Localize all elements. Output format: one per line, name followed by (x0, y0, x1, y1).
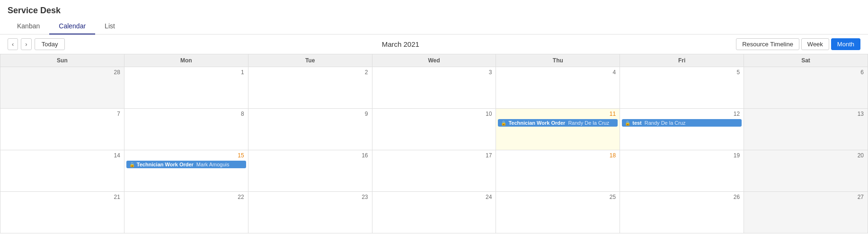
header-tue: Tue (248, 54, 372, 67)
calendar-toolbar: ‹ › Today March 2021 Resource Timeline W… (0, 34, 868, 54)
event-title: test (632, 120, 642, 126)
tab-bar: Kanban Calendar List (0, 18, 868, 34)
day-number: 5 (621, 68, 743, 77)
calendar-day-cell[interactable]: 2 (248, 67, 372, 109)
calendar-day-cell[interactable]: 13 (744, 109, 868, 150)
day-number: 28 (1, 68, 123, 77)
day-number: 26 (621, 193, 743, 201)
toolbar-left: ‹ › Today (8, 38, 65, 50)
next-button[interactable]: › (21, 38, 31, 50)
day-number: 19 (621, 151, 743, 160)
day-number: 17 (373, 151, 495, 160)
calendar-day-cell[interactable]: 5 (620, 67, 744, 109)
header-fri: Fri (620, 54, 744, 67)
calendar-day-cell[interactable]: 19 (620, 150, 744, 192)
day-number: 10 (373, 110, 495, 118)
calendar-day-cell[interactable]: 22 (124, 192, 248, 233)
lock-icon: 🔒 (501, 120, 506, 126)
event-item[interactable]: 🔒testRandy De la Cruz (622, 119, 742, 127)
day-number: 27 (745, 193, 867, 201)
day-number: 4 (497, 68, 619, 77)
day-number: 12 (621, 110, 743, 118)
calendar-day-cell[interactable]: 1 (124, 67, 248, 109)
day-number: 9 (249, 110, 371, 118)
calendar-day-cell[interactable]: 24 (372, 192, 496, 233)
calendar-day-cell[interactable]: 12🔒testRandy De la Cruz (620, 109, 744, 150)
calendar-week-row: 21222324252627 (0, 192, 868, 233)
day-number: 7 (1, 110, 123, 118)
day-number: 3 (373, 68, 495, 77)
week-button[interactable]: Week (801, 38, 829, 50)
day-number: 8 (125, 110, 247, 118)
event-person: Randy De la Cruz (568, 120, 609, 126)
event-person: Mark Amoguis (196, 162, 230, 167)
calendar-day-cell[interactable]: 3 (372, 67, 496, 109)
calendar-header-row: Sun Mon Tue Wed Thu Fri Sat (0, 54, 868, 67)
resource-timeline-button[interactable]: Resource Timeline (736, 38, 799, 50)
calendar-day-cell[interactable]: 14 (0, 150, 124, 192)
day-number: 18 (497, 151, 619, 160)
calendar-day-cell[interactable]: 15🔒Technician Work OrderMark Amoguis (124, 150, 248, 192)
toolbar-right: Resource Timeline Week Month (736, 38, 860, 50)
calendar-day-cell[interactable]: 8 (124, 109, 248, 150)
calendar-week-row: 7891011🔒Technician Work OrderRandy De la… (0, 109, 868, 150)
day-number: 2 (249, 68, 371, 77)
calendar-day-cell[interactable]: 23 (248, 192, 372, 233)
calendar-day-cell[interactable]: 21 (0, 192, 124, 233)
calendar-grid: Sun Mon Tue Wed Thu Fri Sat 281234567891… (0, 54, 868, 233)
month-title: March 2021 (382, 40, 419, 48)
calendar-day-cell[interactable]: 27 (744, 192, 868, 233)
calendar-day-cell[interactable]: 17 (372, 150, 496, 192)
calendar-day-cell[interactable]: 7 (0, 109, 124, 150)
calendar-day-cell[interactable]: 28 (0, 67, 124, 109)
day-number: 25 (497, 193, 619, 201)
day-number: 15 (125, 151, 247, 160)
event-title: Technician Work Order (137, 162, 194, 167)
event-item[interactable]: 🔒Technician Work OrderRandy De la Cruz (498, 119, 618, 127)
calendar-day-cell[interactable]: 10 (372, 109, 496, 150)
calendar-day-cell[interactable]: 26 (620, 192, 744, 233)
header-mon: Mon (124, 54, 248, 67)
tab-calendar[interactable]: Calendar (49, 18, 95, 34)
calendar-day-cell[interactable]: 18 (496, 150, 620, 192)
event-person: Randy De la Cruz (645, 120, 686, 126)
lock-icon: 🔒 (129, 162, 135, 167)
tab-list[interactable]: List (95, 18, 124, 34)
header-sun: Sun (0, 54, 124, 67)
calendar-day-cell[interactable]: 6 (744, 67, 868, 109)
event-item[interactable]: 🔒Technician Work OrderMark Amoguis (126, 161, 246, 168)
calendar-day-cell[interactable]: 9 (248, 109, 372, 150)
month-button[interactable]: Month (831, 38, 860, 50)
day-number: 14 (1, 151, 123, 160)
prev-button[interactable]: ‹ (8, 38, 18, 50)
header-sat: Sat (744, 54, 868, 67)
day-number: 20 (745, 151, 867, 160)
day-number: 16 (249, 151, 371, 160)
day-number: 23 (249, 193, 371, 201)
day-number: 22 (125, 193, 247, 201)
header-wed: Wed (372, 54, 496, 67)
day-number: 6 (745, 68, 867, 77)
calendar-day-cell[interactable]: 16 (248, 150, 372, 192)
day-number: 11 (497, 110, 619, 118)
event-title: Technician Work Order (508, 120, 565, 126)
day-number: 21 (1, 193, 123, 201)
tab-kanban[interactable]: Kanban (8, 18, 49, 34)
header-thu: Thu (496, 54, 620, 67)
calendar-day-cell[interactable]: 25 (496, 192, 620, 233)
calendar-day-cell[interactable]: 20 (744, 150, 868, 192)
calendar-week-row: 1415🔒Technician Work OrderMark Amoguis16… (0, 150, 868, 192)
app-title: Service Desk (0, 0, 868, 18)
day-number: 1 (125, 68, 247, 77)
day-number: 24 (373, 193, 495, 201)
today-button[interactable]: Today (35, 38, 65, 50)
day-number: 13 (745, 110, 867, 118)
lock-icon: 🔒 (625, 120, 630, 126)
calendar-day-cell[interactable]: 4 (496, 67, 620, 109)
calendar-day-cell[interactable]: 11🔒Technician Work OrderRandy De la Cruz (496, 109, 620, 150)
calendar-week-row: 28123456 (0, 67, 868, 109)
